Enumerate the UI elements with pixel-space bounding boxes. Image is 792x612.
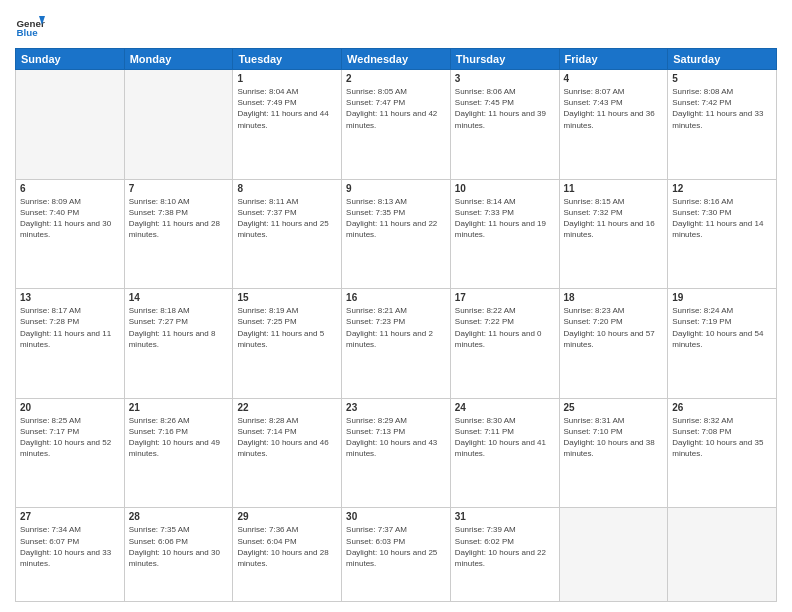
day-info: Sunrise: 8:13 AMSunset: 7:35 PMDaylight:… — [346, 196, 446, 241]
week-row-1: 6Sunrise: 8:09 AMSunset: 7:40 PMDaylight… — [16, 179, 777, 289]
day-number: 31 — [455, 511, 555, 522]
day-number: 21 — [129, 402, 229, 413]
calendar-cell: 7Sunrise: 8:10 AMSunset: 7:38 PMDaylight… — [124, 179, 233, 289]
day-number: 24 — [455, 402, 555, 413]
day-number: 2 — [346, 73, 446, 84]
day-info: Sunrise: 8:28 AMSunset: 7:14 PMDaylight:… — [237, 415, 337, 460]
calendar-cell: 23Sunrise: 8:29 AMSunset: 7:13 PMDayligh… — [342, 398, 451, 508]
weekday-header-sunday: Sunday — [16, 49, 125, 70]
weekday-header-thursday: Thursday — [450, 49, 559, 70]
weekday-header-friday: Friday — [559, 49, 668, 70]
day-info: Sunrise: 8:07 AMSunset: 7:43 PMDaylight:… — [564, 86, 664, 131]
calendar-cell: 14Sunrise: 8:18 AMSunset: 7:27 PMDayligh… — [124, 289, 233, 399]
day-info: Sunrise: 8:29 AMSunset: 7:13 PMDaylight:… — [346, 415, 446, 460]
day-number: 14 — [129, 292, 229, 303]
calendar-cell: 31Sunrise: 7:39 AMSunset: 6:02 PMDayligh… — [450, 508, 559, 602]
day-info: Sunrise: 8:18 AMSunset: 7:27 PMDaylight:… — [129, 305, 229, 350]
day-info: Sunrise: 7:37 AMSunset: 6:03 PMDaylight:… — [346, 524, 446, 569]
day-info: Sunrise: 8:14 AMSunset: 7:33 PMDaylight:… — [455, 196, 555, 241]
day-number: 7 — [129, 183, 229, 194]
day-number: 5 — [672, 73, 772, 84]
day-info: Sunrise: 8:08 AMSunset: 7:42 PMDaylight:… — [672, 86, 772, 131]
day-info: Sunrise: 8:06 AMSunset: 7:45 PMDaylight:… — [455, 86, 555, 131]
calendar-cell: 3Sunrise: 8:06 AMSunset: 7:45 PMDaylight… — [450, 70, 559, 180]
day-number: 4 — [564, 73, 664, 84]
calendar-cell: 12Sunrise: 8:16 AMSunset: 7:30 PMDayligh… — [668, 179, 777, 289]
weekday-header-saturday: Saturday — [668, 49, 777, 70]
calendar-cell — [668, 508, 777, 602]
calendar-cell: 22Sunrise: 8:28 AMSunset: 7:14 PMDayligh… — [233, 398, 342, 508]
week-row-4: 27Sunrise: 7:34 AMSunset: 6:07 PMDayligh… — [16, 508, 777, 602]
logo-icon: General Blue — [15, 10, 45, 40]
day-number: 1 — [237, 73, 337, 84]
day-info: Sunrise: 8:04 AMSunset: 7:49 PMDaylight:… — [237, 86, 337, 131]
calendar-cell: 10Sunrise: 8:14 AMSunset: 7:33 PMDayligh… — [450, 179, 559, 289]
day-info: Sunrise: 8:11 AMSunset: 7:37 PMDaylight:… — [237, 196, 337, 241]
weekday-header-tuesday: Tuesday — [233, 49, 342, 70]
day-number: 29 — [237, 511, 337, 522]
calendar-cell: 20Sunrise: 8:25 AMSunset: 7:17 PMDayligh… — [16, 398, 125, 508]
day-info: Sunrise: 7:35 AMSunset: 6:06 PMDaylight:… — [129, 524, 229, 569]
calendar-cell: 18Sunrise: 8:23 AMSunset: 7:20 PMDayligh… — [559, 289, 668, 399]
day-number: 22 — [237, 402, 337, 413]
day-info: Sunrise: 8:32 AMSunset: 7:08 PMDaylight:… — [672, 415, 772, 460]
day-info: Sunrise: 8:15 AMSunset: 7:32 PMDaylight:… — [564, 196, 664, 241]
day-info: Sunrise: 8:26 AMSunset: 7:16 PMDaylight:… — [129, 415, 229, 460]
day-info: Sunrise: 8:10 AMSunset: 7:38 PMDaylight:… — [129, 196, 229, 241]
week-row-2: 13Sunrise: 8:17 AMSunset: 7:28 PMDayligh… — [16, 289, 777, 399]
day-number: 11 — [564, 183, 664, 194]
day-number: 25 — [564, 402, 664, 413]
calendar-cell: 30Sunrise: 7:37 AMSunset: 6:03 PMDayligh… — [342, 508, 451, 602]
day-number: 30 — [346, 511, 446, 522]
calendar-cell: 17Sunrise: 8:22 AMSunset: 7:22 PMDayligh… — [450, 289, 559, 399]
day-number: 26 — [672, 402, 772, 413]
day-info: Sunrise: 8:05 AMSunset: 7:47 PMDaylight:… — [346, 86, 446, 131]
day-number: 23 — [346, 402, 446, 413]
day-info: Sunrise: 7:36 AMSunset: 6:04 PMDaylight:… — [237, 524, 337, 569]
day-number: 20 — [20, 402, 120, 413]
calendar-cell: 19Sunrise: 8:24 AMSunset: 7:19 PMDayligh… — [668, 289, 777, 399]
day-number: 6 — [20, 183, 120, 194]
day-info: Sunrise: 8:24 AMSunset: 7:19 PMDaylight:… — [672, 305, 772, 350]
calendar-cell: 1Sunrise: 8:04 AMSunset: 7:49 PMDaylight… — [233, 70, 342, 180]
calendar-cell: 24Sunrise: 8:30 AMSunset: 7:11 PMDayligh… — [450, 398, 559, 508]
calendar-cell: 8Sunrise: 8:11 AMSunset: 7:37 PMDaylight… — [233, 179, 342, 289]
day-number: 9 — [346, 183, 446, 194]
day-number: 19 — [672, 292, 772, 303]
day-number: 28 — [129, 511, 229, 522]
calendar-cell: 15Sunrise: 8:19 AMSunset: 7:25 PMDayligh… — [233, 289, 342, 399]
week-row-0: 1Sunrise: 8:04 AMSunset: 7:49 PMDaylight… — [16, 70, 777, 180]
calendar-cell: 9Sunrise: 8:13 AMSunset: 7:35 PMDaylight… — [342, 179, 451, 289]
calendar: SundayMondayTuesdayWednesdayThursdayFrid… — [15, 48, 777, 602]
day-info: Sunrise: 8:23 AMSunset: 7:20 PMDaylight:… — [564, 305, 664, 350]
day-number: 13 — [20, 292, 120, 303]
day-number: 17 — [455, 292, 555, 303]
calendar-cell: 11Sunrise: 8:15 AMSunset: 7:32 PMDayligh… — [559, 179, 668, 289]
calendar-cell: 21Sunrise: 8:26 AMSunset: 7:16 PMDayligh… — [124, 398, 233, 508]
calendar-cell: 16Sunrise: 8:21 AMSunset: 7:23 PMDayligh… — [342, 289, 451, 399]
day-info: Sunrise: 8:09 AMSunset: 7:40 PMDaylight:… — [20, 196, 120, 241]
calendar-cell: 26Sunrise: 8:32 AMSunset: 7:08 PMDayligh… — [668, 398, 777, 508]
day-number: 3 — [455, 73, 555, 84]
day-info: Sunrise: 7:39 AMSunset: 6:02 PMDaylight:… — [455, 524, 555, 569]
weekday-header-wednesday: Wednesday — [342, 49, 451, 70]
calendar-cell: 2Sunrise: 8:05 AMSunset: 7:47 PMDaylight… — [342, 70, 451, 180]
day-number: 12 — [672, 183, 772, 194]
day-info: Sunrise: 7:34 AMSunset: 6:07 PMDaylight:… — [20, 524, 120, 569]
logo: General Blue — [15, 10, 45, 40]
calendar-cell: 5Sunrise: 8:08 AMSunset: 7:42 PMDaylight… — [668, 70, 777, 180]
weekday-header-monday: Monday — [124, 49, 233, 70]
calendar-cell — [124, 70, 233, 180]
calendar-cell: 13Sunrise: 8:17 AMSunset: 7:28 PMDayligh… — [16, 289, 125, 399]
day-number: 16 — [346, 292, 446, 303]
calendar-cell: 25Sunrise: 8:31 AMSunset: 7:10 PMDayligh… — [559, 398, 668, 508]
svg-text:Blue: Blue — [17, 27, 39, 38]
weekday-header-row: SundayMondayTuesdayWednesdayThursdayFrid… — [16, 49, 777, 70]
day-number: 27 — [20, 511, 120, 522]
calendar-cell: 4Sunrise: 8:07 AMSunset: 7:43 PMDaylight… — [559, 70, 668, 180]
day-number: 10 — [455, 183, 555, 194]
day-info: Sunrise: 8:16 AMSunset: 7:30 PMDaylight:… — [672, 196, 772, 241]
calendar-cell: 27Sunrise: 7:34 AMSunset: 6:07 PMDayligh… — [16, 508, 125, 602]
calendar-cell: 6Sunrise: 8:09 AMSunset: 7:40 PMDaylight… — [16, 179, 125, 289]
calendar-cell: 28Sunrise: 7:35 AMSunset: 6:06 PMDayligh… — [124, 508, 233, 602]
